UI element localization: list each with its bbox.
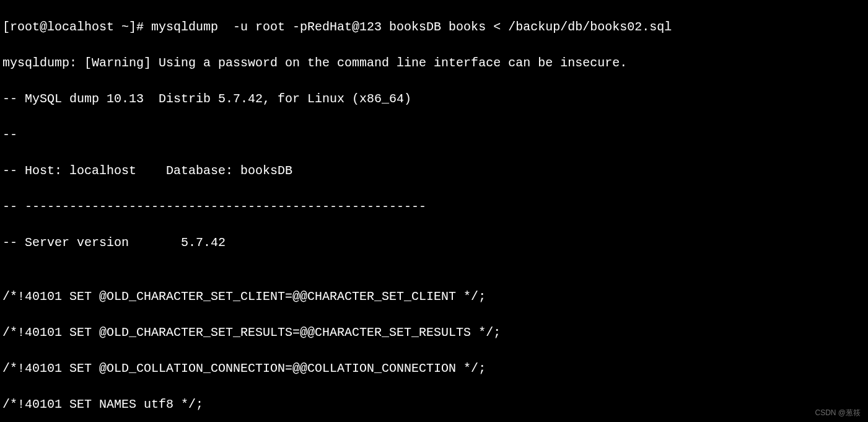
terminal-line: -- — [2, 126, 866, 144]
terminal-line: [root@localhost ~]# mysqldump -u root -p… — [2, 18, 866, 36]
terminal-line: -- Server version 5.7.42 — [2, 234, 866, 252]
terminal-line: /*!40101 SET @OLD_COLLATION_CONNECTION=@… — [2, 359, 866, 377]
terminal-line: -- Host: localhost Database: booksDB — [2, 162, 866, 180]
terminal-line: -- MySQL dump 10.13 Distrib 5.7.42, for … — [2, 90, 866, 108]
terminal-output[interactable]: [root@localhost ~]# mysqldump -u root -p… — [0, 0, 868, 422]
watermark-text: CSDN @葱筱 — [815, 408, 861, 418]
terminal-line: /*!40101 SET @OLD_CHARACTER_SET_RESULTS=… — [2, 323, 866, 341]
terminal-line: /*!40101 SET @OLD_CHARACTER_SET_CLIENT=@… — [2, 288, 866, 306]
terminal-line: mysqldump: [Warning] Using a password on… — [2, 54, 866, 72]
terminal-line: -- -------------------------------------… — [2, 198, 866, 216]
terminal-line: /*!40101 SET NAMES utf8 */; — [2, 395, 866, 413]
